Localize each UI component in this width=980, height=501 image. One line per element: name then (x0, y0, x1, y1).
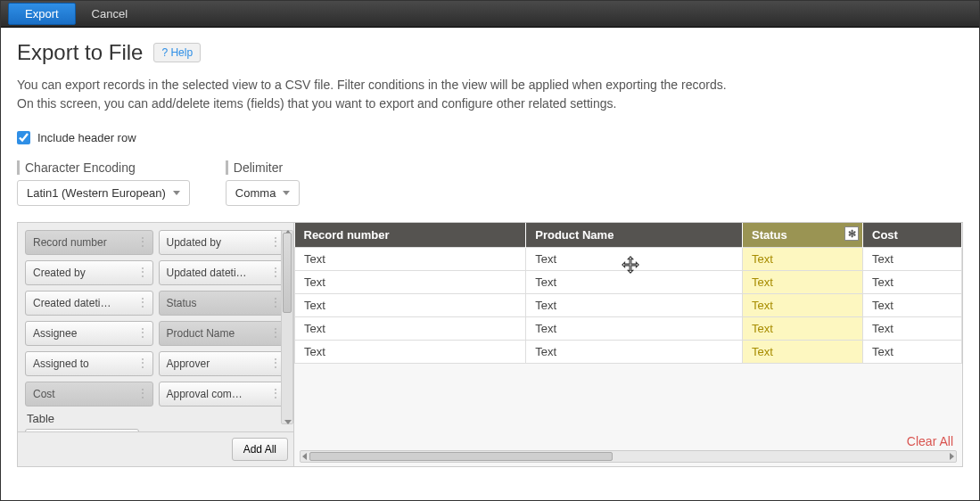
scroll-thumb[interactable] (283, 233, 292, 313)
description-line2: On this screen, you can add/delete items… (17, 94, 963, 113)
column-header[interactable]: Product Name (526, 223, 743, 248)
field-created-by[interactable]: Created by (25, 260, 153, 285)
export-button[interactable]: Export (8, 3, 76, 25)
scroll-thumb-horizontal[interactable] (309, 452, 613, 461)
table-cell: Text (526, 294, 743, 317)
table-cell: Text (295, 294, 526, 317)
table-row: TextTextTextText (295, 294, 962, 317)
field-table[interactable]: Table (25, 429, 139, 431)
field-assigned-to[interactable]: Assigned to (25, 351, 153, 376)
table-cell: Text (863, 271, 962, 294)
table-cell: Text (526, 341, 743, 364)
field-product-name[interactable]: Product Name (159, 321, 287, 346)
column-header[interactable]: Cost (863, 223, 962, 248)
table-cell: Text (295, 317, 526, 341)
table-cell: Text (863, 317, 962, 341)
include-header-label: Include header row (37, 131, 136, 144)
field-record-number[interactable]: Record number (25, 230, 153, 255)
chevron-down-icon (283, 191, 290, 195)
column-header[interactable]: Record number (295, 223, 526, 248)
field-assignee[interactable]: Assignee (25, 321, 153, 346)
table-cell: Text (295, 341, 526, 364)
field-updated-by[interactable]: Updated by (159, 230, 287, 255)
column-header[interactable]: Status✻ (742, 223, 862, 248)
delimiter-value: Comma (235, 186, 276, 200)
include-header-row[interactable]: Include header row (17, 131, 963, 144)
scroll-down-icon (284, 420, 292, 424)
encoding-group: Character Encoding Latin1 (Western Europ… (17, 160, 190, 206)
scrollbar-horizontal[interactable] (300, 450, 957, 463)
table-cell: Text (295, 248, 526, 271)
description: You can export records in the selected v… (17, 76, 963, 113)
clear-all-button[interactable]: Clear All (907, 434, 953, 448)
field-status[interactable]: Status (159, 291, 287, 316)
description-line1: You can export records in the selected v… (17, 76, 963, 94)
field-approval-com-[interactable]: Approval com… (159, 382, 287, 407)
table-section-label: Table (27, 412, 286, 425)
help-button[interactable]: ? Help (153, 43, 201, 62)
gear-icon[interactable]: ✻ (844, 226, 859, 241)
field-approver[interactable]: Approver (159, 351, 287, 376)
table-cell: Text (526, 271, 743, 294)
content-area: Export to File ? Help You can export rec… (1, 28, 979, 467)
table-row: TextTextTextText (295, 341, 962, 364)
scroll-left-icon (302, 453, 307, 460)
page-title: Export to File (17, 40, 143, 65)
chevron-down-icon (173, 191, 180, 195)
table-cell: Text (742, 294, 862, 317)
cancel-button[interactable]: Cancel (92, 7, 128, 21)
field-builder: Record numberUpdated byCreated byUpdated… (17, 222, 963, 467)
field-updated-dateti-[interactable]: Updated dateti… (159, 260, 287, 285)
encoding-dropdown[interactable]: Latin1 (Western European) (17, 180, 190, 206)
encoding-value: Latin1 (Western European) (27, 186, 166, 200)
table-cell: Text (295, 271, 526, 294)
preview-panel: Record numberProduct NameStatus✻Cost Tex… (294, 223, 962, 466)
table-cell: Text (526, 317, 743, 341)
delimiter-dropdown[interactable]: Comma (226, 180, 301, 206)
field-created-dateti-[interactable]: Created dateti… (25, 291, 153, 316)
table-cell: Text (742, 248, 862, 271)
table-row: TextTextTextText (295, 317, 962, 341)
table-row: TextTextTextText (295, 271, 962, 294)
table-cell: Text (863, 341, 962, 364)
delimiter-group: Delimiter Comma (226, 160, 301, 206)
scroll-right-icon (950, 453, 954, 460)
table-cell: Text (742, 271, 862, 294)
table-row: TextTextTextText (295, 248, 962, 271)
scrollbar-vertical[interactable] (281, 230, 293, 424)
table-cell: Text (863, 294, 962, 317)
field-cost[interactable]: Cost (25, 382, 153, 407)
table-cell: Text (526, 248, 743, 271)
encoding-label: Character Encoding (17, 160, 190, 175)
add-all-button[interactable]: Add All (232, 438, 288, 461)
table-cell: Text (863, 248, 962, 271)
table-cell: Text (742, 341, 862, 364)
available-fields-panel: Record numberUpdated byCreated byUpdated… (18, 223, 294, 466)
include-header-checkbox[interactable] (17, 131, 30, 144)
preview-table: Record numberProduct NameStatus✻Cost Tex… (294, 223, 962, 364)
delimiter-label: Delimiter (226, 160, 301, 175)
table-cell: Text (742, 317, 862, 341)
topbar: Export Cancel (1, 1, 979, 28)
